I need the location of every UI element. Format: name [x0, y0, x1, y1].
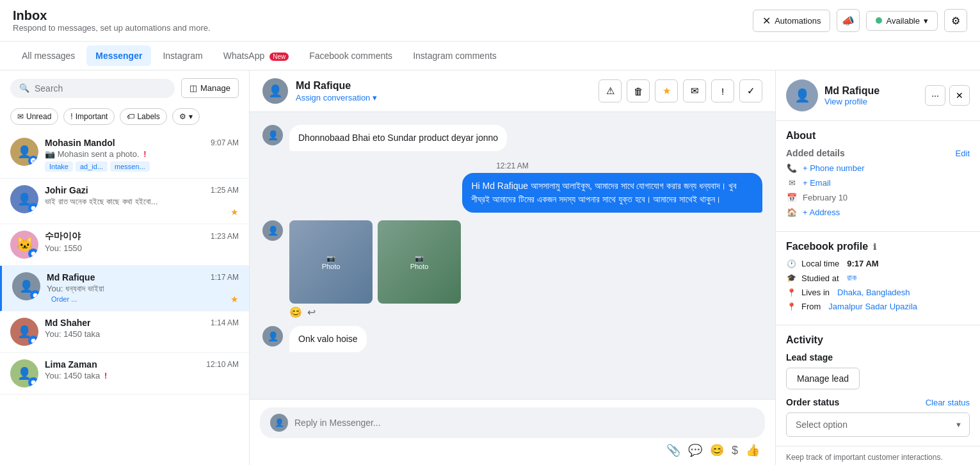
conv-time: 1:25 AM: [211, 186, 239, 195]
tag: ad_id...: [76, 161, 108, 172]
ellipsis-icon: ···: [931, 90, 939, 101]
emoji-reaction[interactable]: 😊: [289, 306, 302, 318]
avatar: 👤: [10, 138, 38, 166]
flag-button[interactable]: !: [711, 79, 734, 102]
message-bubble: Onk valo hoise: [289, 326, 367, 352]
svg-point-1: [31, 252, 36, 256]
order-status-select[interactable]: Select option: [786, 412, 970, 437]
message-time: 12:21 AM: [262, 161, 762, 170]
conversation-list: 👤 Mohasin Mandol 9:07 AM 📷 Mohasin sent: [0, 131, 249, 465]
star-icon: ★: [230, 294, 239, 304]
clear-status-link[interactable]: Clear status: [926, 398, 970, 407]
settings-button[interactable]: ⚙: [944, 9, 967, 32]
tab-facebook-comments[interactable]: Facebook comments: [300, 45, 401, 66]
address-value[interactable]: + Address: [803, 208, 840, 217]
manage-lead-button[interactable]: Manage lead: [786, 368, 860, 389]
attachment-icon[interactable]: 📎: [666, 443, 680, 457]
email-icon: ✉: [691, 85, 699, 97]
assign-button[interactable]: Assign conversation ▾: [296, 93, 377, 102]
avatar: 👤: [10, 318, 38, 346]
sidebar-search-area: 🔍 ◫ Manage: [0, 70, 249, 106]
chat-image[interactable]: 📷 Photo: [378, 220, 461, 304]
tab-whatsapp[interactable]: WhatsApp New: [214, 45, 298, 66]
tag: Order ...: [47, 294, 81, 304]
lives-value: Dhaka, Bangladesh: [837, 288, 910, 297]
svg-point-4: [31, 380, 36, 385]
conv-name: Md Rafique: [47, 272, 95, 282]
check-button[interactable]: ✓: [739, 79, 762, 102]
list-item[interactable]: 🐱 수마이야 1:23 AM You: 1550: [0, 224, 249, 266]
list-item[interactable]: 👤 Lima Zaman 12:10 AM You: 1450 taka !: [0, 353, 249, 395]
studied-label: Studied at: [801, 273, 839, 283]
close-panel-button[interactable]: ✕: [949, 85, 970, 106]
email-detail: ✉ + Email: [786, 178, 970, 188]
list-item[interactable]: 👤 Johir Gazi 1:25 AM ভাই রাত অনেক হইছে ক…: [0, 179, 249, 224]
filter-labels[interactable]: 🏷 Labels: [120, 108, 166, 125]
tab-messenger[interactable]: Messenger: [86, 45, 151, 66]
conv-time: 9:07 AM: [211, 138, 239, 147]
filter-important[interactable]: ! Important: [63, 108, 115, 125]
conv-name: Lima Zaman: [45, 359, 97, 370]
profile-name: Md Rafique: [824, 85, 919, 97]
date-value: February 10: [803, 193, 847, 202]
header-actions: ✕ Automations 📣 Available ▾ ⚙: [753, 9, 967, 32]
select-option-wrap: Select option: [786, 412, 970, 437]
clock-icon: 🕐: [786, 259, 796, 268]
alert-button[interactable]: ⚠: [598, 79, 622, 102]
list-item[interactable]: 👤 Md Rafique 1:17 AM You: ধন্যবাদ ভাইয়া…: [0, 266, 249, 311]
filter-unread[interactable]: ✉ Unread: [10, 108, 58, 125]
home-icon: 🏠: [786, 208, 798, 217]
from-row: 📍 From Jamalpur Sadar Upazila: [786, 302, 970, 311]
search-input[interactable]: [35, 83, 166, 94]
email-button[interactable]: ✉: [683, 79, 706, 102]
reply-reaction[interactable]: ↩: [307, 306, 316, 318]
conv-body: Md Rafique 1:17 AM You: ধন্যবাদ ভাইয়া O…: [47, 272, 239, 304]
email-value[interactable]: + Email: [803, 178, 831, 188]
local-time-row: 🕐 Local time 9:17 AM: [786, 259, 970, 268]
phone-value[interactable]: + Phone number: [803, 163, 864, 173]
chat-image[interactable]: 📷 Photo: [289, 220, 373, 304]
megaphone-button[interactable]: 📣: [837, 9, 860, 32]
messenger-badge: [28, 336, 38, 346]
tab-instagram-comments[interactable]: Instagram comments: [404, 45, 506, 66]
emoji-icon[interactable]: 😊: [710, 443, 724, 457]
delete-button[interactable]: 🗑: [627, 79, 650, 102]
page-title: Inbox: [13, 8, 211, 23]
filter-more[interactable]: ⚙ ▾: [172, 108, 200, 125]
automations-button[interactable]: ✕ Automations: [753, 10, 830, 32]
star-icon: ★: [230, 207, 239, 217]
star-icon: ★: [663, 85, 671, 97]
trash-icon: 🗑: [634, 86, 643, 97]
speech-bubble-icon[interactable]: 💬: [688, 443, 702, 457]
message-input[interactable]: [294, 418, 755, 428]
tab-all-messages[interactable]: All messages: [13, 45, 84, 66]
whatsapp-new-badge: New: [269, 53, 289, 61]
messenger-badge: [30, 290, 40, 300]
profile-info: Md Rafique View profile: [824, 85, 919, 106]
right-panel: 👤 Md Rafique View profile ··· ✕ About: [775, 70, 980, 465]
dollar-icon[interactable]: $: [732, 444, 738, 457]
conv-name: Mohasin Mandol: [45, 138, 115, 148]
edit-link[interactable]: Edit: [956, 149, 970, 158]
available-button[interactable]: Available ▾: [866, 11, 938, 31]
search-input-wrap[interactable]: 🔍: [10, 79, 175, 98]
star-button[interactable]: ★: [655, 79, 678, 102]
chat-avatar: 👤: [262, 78, 288, 104]
view-profile-link[interactable]: View profile: [824, 97, 919, 106]
chat-area: 👤 Md Rafique Assign conversation ▾ ⚠: [250, 70, 775, 465]
more-options-button[interactable]: ···: [925, 85, 945, 106]
svg-point-3: [31, 339, 36, 343]
list-item[interactable]: 👤 Md Shaher 1:14 AM You: 1450 taka: [0, 311, 249, 353]
thumbs-up-icon[interactable]: 👍: [746, 443, 760, 457]
messenger-badge: [28, 203, 38, 213]
search-icon: 🔍: [19, 83, 29, 93]
photo-icon: 📷: [45, 149, 55, 159]
manage-icon: ◫: [189, 83, 197, 93]
alert-icon: ⚠: [606, 85, 615, 97]
manage-button[interactable]: ◫ Manage: [181, 78, 239, 98]
list-item[interactable]: 👤 Mohasin Mandol 9:07 AM 📷 Mohasin sent: [0, 131, 249, 179]
tab-instagram[interactable]: Instagram: [154, 45, 211, 66]
message-bubble: Hi Md Rafique আসসালামু আলাইকুম, আমাদের স…: [462, 173, 762, 213]
envelope-icon: ✉: [17, 112, 24, 121]
calendar-icon: 📅: [786, 193, 798, 202]
